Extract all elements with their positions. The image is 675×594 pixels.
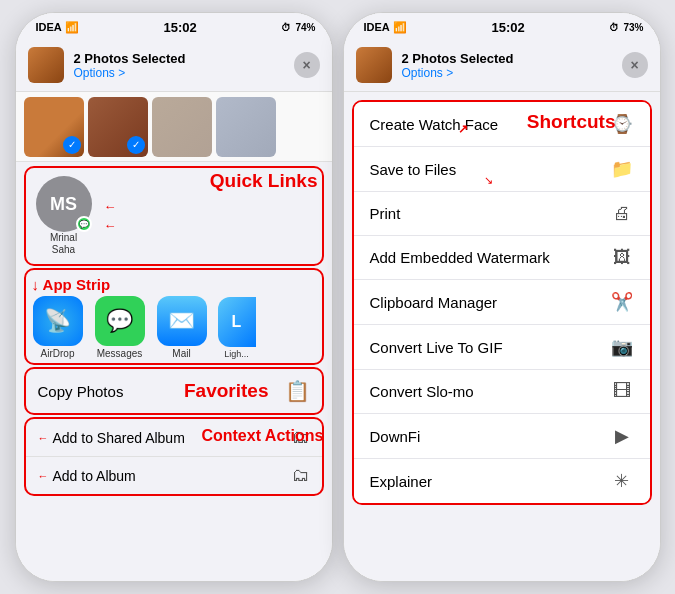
arrow-action-1: ← (38, 432, 49, 444)
menu-item-print[interactable]: Print 🖨 (354, 192, 650, 236)
share-title-left: 2 Photos Selected (74, 51, 284, 66)
light-label: Ligh... (224, 349, 249, 359)
menu-item-convert-gif[interactable]: Convert Live To GIF 📷 (354, 325, 650, 370)
favorites-copy-label: Copy Photos (38, 383, 185, 400)
close-button-left[interactable]: × (294, 52, 320, 78)
explainer-icon: ✳ (610, 470, 634, 492)
watermark-icon: 🖼 (610, 247, 634, 268)
favorites-section: Copy Photos Favorites 📋 (24, 367, 324, 415)
mail-icon: ✉️ (157, 296, 207, 346)
action-2-text: Add to Album (53, 468, 292, 484)
clock-icon-right: ⏱ (609, 22, 619, 33)
mail-label: Mail (172, 348, 190, 359)
action-2-icon: 🗂 (292, 465, 310, 486)
share-info-right: 2 Photos Selected Options > (402, 51, 612, 80)
quick-links-arrows: ← ← (100, 199, 312, 233)
copy-icon: 📋 (285, 379, 310, 403)
battery-left: 74% (295, 22, 315, 33)
menu-item-text-4: Clipboard Manager (370, 294, 610, 311)
menu-item-save-files[interactable]: Save to Files 📁 (354, 147, 650, 192)
menu-item-text-1: Save to Files (370, 161, 610, 178)
photo-2[interactable]: ✓ (88, 97, 148, 157)
menu-item-text-3: Add Embedded Watermark (370, 249, 610, 266)
photo-1[interactable]: ✓ (24, 97, 84, 157)
downfi-icon: ▶ (610, 425, 634, 447)
photo-check-2: ✓ (127, 136, 145, 154)
share-options-left[interactable]: Options > (74, 66, 284, 80)
status-bar-left: IDEA 📶 15:02 ⏱ 74% (16, 13, 332, 39)
app-strip: 📡 AirDrop 💬 Messages ✉️ Mail L (32, 296, 316, 359)
share-thumbnail-right (356, 47, 392, 83)
avatar-wrap[interactable]: MS 💬 Mrinal Saha (36, 176, 92, 256)
quick-links-label: Quick Links (210, 170, 318, 192)
menu-item-text-2: Print (370, 205, 610, 222)
menu-item-create-watch-face[interactable]: Create Watch Face ⌚ (354, 102, 650, 147)
share-title-right: 2 Photos Selected (402, 51, 612, 66)
right-phone: IDEA 📶 15:02 ⏱ 73% 2 Photos Selected Opt… (343, 12, 661, 582)
print-icon: 🖨 (610, 203, 634, 224)
watch-icon: ⌚ (610, 113, 634, 135)
close-button-right[interactable]: × (622, 52, 648, 78)
actions-section: ← Add to Shared Album 🗂 ← Add to Album 🗂… (24, 417, 324, 496)
share-thumbnail-left (28, 47, 64, 83)
photos-strip: ✓ ✓ (16, 92, 332, 162)
light-icon: L (218, 297, 256, 347)
wifi-icon: 📶 (65, 21, 79, 34)
app-light[interactable]: L Ligh... (218, 297, 256, 359)
clock-icon: ⏱ (281, 22, 291, 33)
clipboard-icon: ✂️ (610, 291, 634, 313)
menu-item-downfi[interactable]: DownFi ▶ (354, 414, 650, 459)
app-mail[interactable]: ✉️ Mail (156, 296, 208, 359)
time-right: 15:02 (492, 20, 525, 35)
app-messages[interactable]: 💬 Messages (94, 296, 146, 359)
avatar-name-2: Saha (52, 244, 75, 255)
quick-links-section: Quick Links MS 💬 Mrinal Saha ← (24, 166, 324, 266)
status-left-right: IDEA 📶 (364, 21, 407, 34)
status-left: IDEA 📶 (36, 21, 79, 34)
app-airdrop[interactable]: 📡 AirDrop (32, 296, 84, 359)
menu-item-text-7: DownFi (370, 428, 610, 445)
share-header-left: 2 Photos Selected Options > × (16, 39, 332, 92)
favorites-label: Favorites (184, 380, 268, 402)
context-label-text: Context Actions (201, 427, 323, 444)
menu-item-text-8: Explainer (370, 473, 610, 490)
arrow-left-1: ← (104, 199, 312, 214)
share-header-right: 2 Photos Selected Options > × (344, 39, 660, 92)
slomo-icon: 🎞 (610, 381, 634, 402)
share-info-left: 2 Photos Selected Options > (74, 51, 284, 80)
airdrop-label: AirDrop (41, 348, 75, 359)
photo-3[interactable] (152, 97, 212, 157)
status-right-right: ⏱ 73% (609, 22, 643, 33)
menu-item-text-5: Convert Live To GIF (370, 339, 610, 356)
airdrop-icon: 📡 (33, 296, 83, 346)
carrier-left: IDEA (36, 21, 62, 33)
menu-item-explainer[interactable]: Explainer ✳ (354, 459, 650, 503)
menu-item-convert-slomo[interactable]: Convert Slo-mo 🎞 (354, 370, 650, 414)
status-right-left: ⏱ 74% (281, 22, 315, 33)
share-options-right[interactable]: Options > (402, 66, 612, 80)
photo-check-1: ✓ (63, 136, 81, 154)
battery-right: 73% (623, 22, 643, 33)
messages-icon: 💬 (95, 296, 145, 346)
shortcuts-menu: Shortcuts ↗ ↘ Create Watch Face ⌚ Save t… (352, 100, 652, 505)
arrow-action-2: ← (38, 470, 49, 482)
app-strip-label: ↓ App Strip (32, 276, 316, 293)
app-strip-section: ↓ App Strip 📡 AirDrop 💬 Messages ✉️ Ma (24, 268, 324, 365)
menu-item-text-0: Create Watch Face (370, 116, 610, 133)
avatar-circle: MS 💬 (36, 176, 92, 232)
menu-item-text-6: Convert Slo-mo (370, 383, 610, 400)
wifi-icon-right: 📶 (393, 21, 407, 34)
arrow-left-2: ← (104, 218, 312, 233)
status-bar-right: IDEA 📶 15:02 ⏱ 73% (344, 13, 660, 39)
app-strip-box: ↓ App Strip 📡 AirDrop 💬 Messages ✉️ Ma (24, 268, 324, 365)
avatar-initials: MS (50, 194, 77, 215)
action-row-2[interactable]: ← Add to Album 🗂 (26, 457, 322, 494)
time-left: 15:02 (164, 20, 197, 35)
menu-item-clipboard[interactable]: Clipboard Manager ✂️ (354, 280, 650, 325)
avatar-badge: 💬 (76, 216, 92, 232)
left-phone: IDEA 📶 15:02 ⏱ 74% 2 Photos Selected Opt… (15, 12, 333, 582)
menu-item-watermark[interactable]: Add Embedded Watermark 🖼 (354, 236, 650, 280)
photo-4[interactable] (216, 97, 276, 157)
files-icon: 📁 (610, 158, 634, 180)
context-actions-label: Context Actions (201, 427, 323, 445)
